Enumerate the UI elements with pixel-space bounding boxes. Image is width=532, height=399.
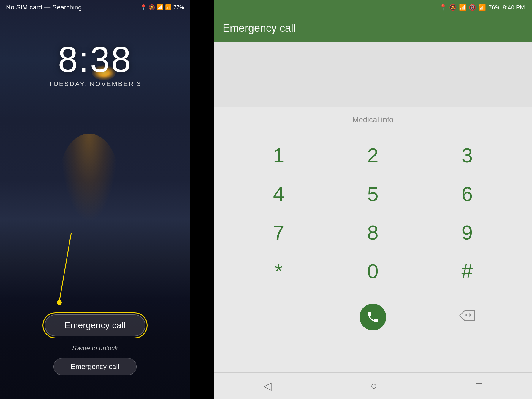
- action-left-empty: [232, 299, 326, 335]
- key-hash[interactable]: #: [420, 252, 514, 290]
- key-0[interactable]: 0: [326, 252, 420, 290]
- sound-icon: 🔕: [148, 4, 155, 11]
- sound-icon-right: 🔕: [449, 4, 457, 11]
- emergency-call-highlight-box: Emergency call: [42, 312, 148, 338]
- time-right: 8:40 PM: [503, 4, 525, 11]
- nav-bar: ◁ ○ □: [214, 372, 532, 399]
- left-phone: No SIM card — Searching 📍 🔕 📶 📶 77% 8:38…: [0, 0, 190, 399]
- emergency-call-small-button[interactable]: Emergency call: [53, 358, 137, 375]
- key-3[interactable]: 3: [420, 136, 514, 175]
- dialer-display: [214, 42, 532, 107]
- app-header-title: Emergency call: [223, 22, 296, 34]
- key-4[interactable]: 4: [232, 175, 326, 213]
- key-6[interactable]: 6: [420, 175, 514, 213]
- status-icons-left: 📍 🔕 📶 📶 77%: [140, 4, 184, 11]
- back-button[interactable]: ◁: [263, 380, 272, 392]
- phone-icon: [366, 311, 379, 324]
- svg-point-1: [57, 300, 62, 305]
- medical-info-link[interactable]: Medical info: [214, 107, 532, 130]
- app-header: Emergency call: [214, 15, 532, 42]
- clock-area: 8:38 TUESDAY, NOVEMBER 3: [0, 42, 190, 88]
- recents-button[interactable]: □: [476, 380, 483, 392]
- signal-icon: 📶: [165, 4, 172, 11]
- home-button[interactable]: ○: [370, 380, 377, 392]
- key-1[interactable]: 1: [232, 136, 326, 175]
- carrier-text: No SIM card — Searching: [6, 4, 82, 11]
- emergency-call-large-button[interactable]: Emergency call: [45, 314, 145, 336]
- phone-gap: [190, 0, 214, 399]
- lockscreen-bottom: Emergency call Swipe to unlock Emergency…: [0, 312, 190, 375]
- svg-line-0: [59, 233, 71, 301]
- key-9[interactable]: 9: [420, 213, 514, 252]
- swipe-to-unlock-text: Swipe to unlock: [72, 344, 118, 352]
- call-button-container: [326, 299, 420, 335]
- wifi-icon: 📶: [157, 4, 163, 11]
- backspace-icon: [458, 309, 476, 322]
- key-5[interactable]: 5: [326, 175, 420, 213]
- right-phone: 📍 🔕 📶 📵 📶 76% 8:40 PM Emergency call Med…: [214, 0, 532, 399]
- location-icon-right: 📍: [439, 4, 447, 11]
- delete-button[interactable]: [458, 308, 476, 326]
- key-7[interactable]: 7: [232, 213, 326, 252]
- annotation-arrow: [36, 230, 95, 313]
- signal-blocked-icon: 📵: [469, 4, 476, 11]
- call-button[interactable]: [360, 304, 386, 330]
- keypad: 1 2 3 4 5 6 7 8 9 * 0 #: [214, 130, 532, 296]
- status-icons-right: 📍 🔕 📶 📵 📶 76% 8:40 PM: [439, 4, 525, 11]
- location-icon: 📍: [140, 4, 147, 11]
- wifi-icon-right: 📶: [459, 4, 466, 11]
- battery-right: 76%: [488, 4, 500, 11]
- water-reflection: [59, 134, 119, 223]
- clock-time: 8:38: [0, 42, 190, 77]
- key-star[interactable]: *: [232, 252, 326, 290]
- key-8[interactable]: 8: [326, 213, 420, 252]
- key-2[interactable]: 2: [326, 136, 420, 175]
- signal-bars-right: 📶: [479, 4, 486, 11]
- dialer-body: Medical info 1 2 3 4 5 6 7 8 9 * 0 #: [214, 42, 532, 341]
- clock-date: TUESDAY, NOVEMBER 3: [0, 80, 190, 88]
- status-bar-right: 📍 🔕 📶 📵 📶 76% 8:40 PM: [214, 0, 532, 15]
- delete-button-container: [420, 299, 514, 335]
- status-bar-left: No SIM card — Searching 📍 🔕 📶 📶 77%: [0, 0, 190, 15]
- battery-text: 77%: [173, 4, 184, 11]
- dialer-actions: [214, 296, 532, 341]
